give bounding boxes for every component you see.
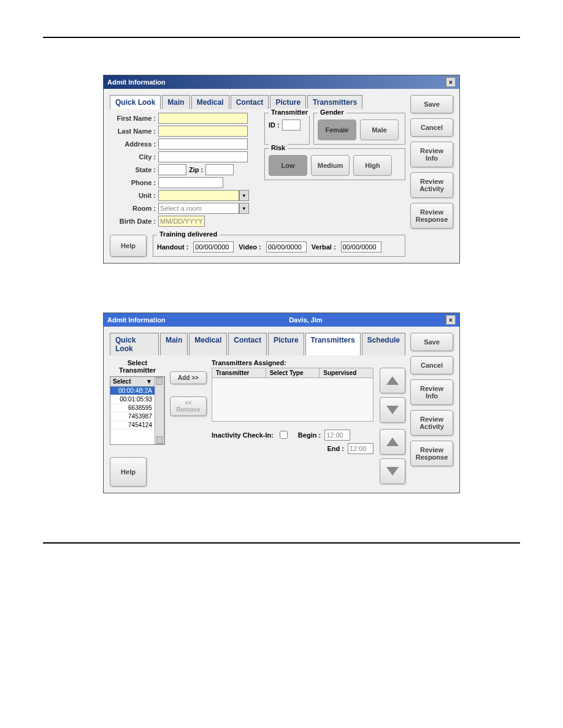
assigned-table-body [212, 378, 373, 422]
end-input[interactable] [348, 443, 373, 454]
list-item[interactable]: 6638595 [110, 404, 155, 412]
scrollbar[interactable] [155, 377, 164, 444]
chevron-down-icon[interactable]: ▼ [146, 378, 152, 385]
cancel-button[interactable]: Cancel [410, 118, 453, 137]
tab-medical[interactable]: Medical [191, 95, 229, 109]
list-item[interactable]: 7453987 [110, 412, 155, 421]
female-button[interactable]: Female [318, 119, 356, 140]
training-legend: Training delivered [157, 230, 220, 238]
review-info-button[interactable]: Review Info [410, 379, 453, 405]
titlebar: Admit Information Davis, Jim × [104, 313, 459, 327]
risk-legend: Risk [269, 144, 288, 151]
begin-label: Begin : [298, 431, 321, 439]
move-up-button[interactable] [380, 368, 405, 393]
address-input[interactable] [158, 138, 248, 150]
phone-input[interactable] [158, 177, 223, 188]
unit-label: Unit : [110, 192, 156, 199]
patient-name: Davis, Jim [166, 316, 446, 324]
tab-main[interactable]: Main [162, 95, 190, 109]
inactivity-checkbox[interactable] [280, 431, 288, 439]
tab-transmitters[interactable]: Transmitters [307, 95, 362, 109]
transmitter-legend: Transmitter [269, 108, 310, 116]
risk-high-button[interactable]: High [353, 155, 392, 176]
help-button[interactable]: Help [110, 457, 147, 487]
first-name-label: First Name : [110, 115, 156, 122]
tab-schedule[interactable]: Schedule [362, 333, 405, 355]
review-info-button[interactable]: Review Info [410, 142, 453, 167]
room-select[interactable] [158, 203, 239, 214]
move-down-button[interactable] [380, 397, 405, 423]
first-name-input[interactable] [158, 113, 248, 124]
window-title: Admit Information [107, 316, 166, 324]
birthdate-label: Birth Date : [110, 218, 156, 225]
tab-quick-look[interactable]: Quick Look [110, 333, 159, 355]
list-item[interactable]: 00:01:05:93 [110, 395, 155, 404]
list-item[interactable]: 7454124 [110, 421, 155, 430]
state-input[interactable] [158, 164, 186, 175]
birthdate-input[interactable] [158, 216, 205, 227]
assigned-label: Transmitters Assigned: [212, 359, 405, 366]
gender-legend: Gender [318, 108, 347, 116]
inactivity-label: Inactivity Check-In: [212, 431, 274, 439]
city-label: City : [110, 153, 156, 161]
time-up-button[interactable] [380, 429, 405, 455]
admit-info-dialog-1: Admit Information × Quick Look Main Medi… [103, 75, 460, 264]
list-item[interactable]: 00:00:4B:2A [110, 387, 155, 395]
save-button[interactable]: Save [410, 333, 453, 351]
remove-button[interactable]: << Remove [170, 396, 207, 416]
id-label: ID : [269, 121, 280, 129]
select-transmitter-label: Select Transmitter [110, 359, 165, 374]
handout-label: Handout : [157, 243, 188, 251]
tab-medical[interactable]: Medical [189, 333, 227, 355]
last-name-input[interactable] [158, 126, 248, 137]
last-name-label: Last Name : [110, 127, 156, 135]
review-response-button[interactable]: Review Response [410, 203, 453, 229]
verbal-input[interactable] [341, 241, 381, 252]
zip-label: Zip : [189, 166, 203, 173]
review-response-button[interactable]: Review Response [410, 441, 453, 466]
male-button[interactable]: Male [360, 119, 399, 140]
room-label: Room : [110, 205, 156, 212]
review-activity-button[interactable]: Review Activity [410, 410, 453, 436]
tabs: Quick Look Main Medical Contact Picture … [110, 95, 405, 109]
handout-input[interactable] [193, 241, 234, 252]
chevron-down-icon[interactable]: ▼ [239, 190, 249, 201]
video-label: Video : [239, 243, 261, 251]
help-button[interactable]: Help [110, 235, 147, 257]
tab-main[interactable]: Main [160, 333, 188, 355]
verbal-label: Verbal : [312, 243, 336, 251]
tab-transmitters[interactable]: Transmitters [305, 333, 361, 355]
transmitter-listbox[interactable]: Select▼ 00:00:4B:2A 00:01:05:93 6638595 … [110, 376, 165, 445]
titlebar: Admit Information × [104, 75, 459, 89]
time-down-button[interactable] [380, 458, 405, 484]
begin-input[interactable] [324, 430, 350, 441]
cancel-button[interactable]: Cancel [410, 356, 453, 374]
video-input[interactable] [266, 241, 307, 252]
arrow-up-icon [386, 438, 399, 446]
tab-contact[interactable]: Contact [228, 333, 267, 355]
transmitter-id-input[interactable] [282, 119, 301, 131]
close-icon[interactable]: × [446, 77, 456, 87]
tab-quick-look[interactable]: Quick Look [110, 95, 161, 109]
unit-select[interactable] [158, 190, 239, 201]
window-title: Admit Information [107, 78, 166, 86]
city-input[interactable] [158, 151, 248, 162]
tab-picture[interactable]: Picture [270, 95, 306, 109]
assigned-table-header: Transmitter Select Type Supervised [212, 368, 373, 378]
admit-info-dialog-2: Admit Information Davis, Jim × Quick Loo… [103, 313, 460, 493]
arrow-up-icon [386, 376, 399, 385]
state-label: State : [110, 166, 156, 173]
close-icon[interactable]: × [446, 315, 456, 325]
add-button[interactable]: Add >> [170, 371, 207, 384]
review-activity-button[interactable]: Review Activity [410, 172, 453, 198]
address-label: Address : [110, 140, 156, 148]
risk-low-button[interactable]: Low [269, 155, 307, 176]
zip-input[interactable] [205, 164, 234, 175]
risk-medium-button[interactable]: Medium [311, 155, 350, 176]
tab-contact[interactable]: Contact [231, 95, 269, 109]
tab-picture[interactable]: Picture [268, 333, 304, 355]
arrow-down-icon [386, 467, 399, 476]
chevron-down-icon[interactable]: ▼ [239, 203, 249, 214]
save-button[interactable]: Save [410, 95, 453, 113]
arrow-down-icon [386, 406, 399, 414]
